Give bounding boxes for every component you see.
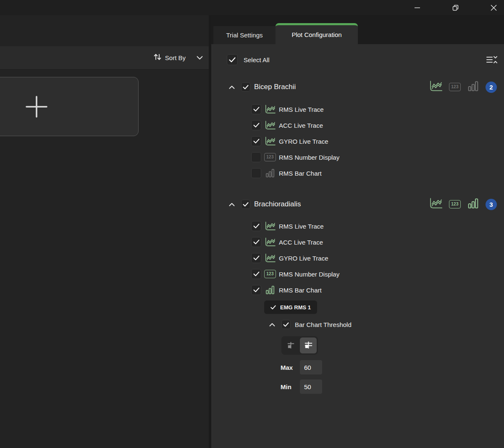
threshold-mode-segmented-control [281, 336, 318, 355]
item-label: ACC Live Trace [279, 239, 323, 246]
chevron-down-icon [197, 56, 203, 60]
threshold-checkbox[interactable] [281, 320, 291, 329]
emg-channel-label: EMG RMS 1 [280, 304, 311, 311]
item-label: RMS Bar Chart [279, 287, 322, 294]
add-plot-card[interactable] [0, 77, 139, 136]
line-trace-icon [264, 137, 276, 146]
group-plot-type-indicators: 123 3 [429, 197, 497, 211]
bar-chart-icon [264, 285, 276, 295]
item-checkbox[interactable] [251, 168, 261, 178]
titlebar [0, 0, 504, 15]
sort-by-control[interactable]: Sort By [153, 53, 203, 63]
restore-button[interactable] [448, 1, 462, 14]
item-checkbox[interactable] [251, 221, 261, 231]
item-checkbox[interactable] [251, 285, 261, 295]
plot-count-badge: 2 [486, 82, 497, 93]
tab-trial-settings[interactable]: Trial Settings [213, 26, 276, 44]
configuration-panel: Trial Settings Plot Configuration Select… [211, 15, 504, 448]
group-checkbox[interactable] [241, 200, 250, 209]
line-trace-icon [264, 121, 276, 130]
check-icon [253, 123, 260, 128]
max-input[interactable] [300, 360, 322, 374]
line-trace-icon [429, 81, 443, 94]
minimize-button[interactable] [410, 1, 424, 14]
collapse-chevron-icon[interactable] [269, 323, 275, 327]
plots-panel: Sort By [0, 15, 209, 448]
item-label: RMS Live Trace [279, 223, 324, 230]
check-icon [253, 271, 260, 277]
item-checkbox[interactable] [251, 120, 261, 130]
tab-trial-settings-label: Trial Settings [226, 32, 263, 39]
item-checkbox[interactable] [251, 104, 261, 114]
group-checkbox[interactable] [241, 82, 250, 92]
window-controls [410, 0, 501, 15]
item-label: GYRO Live Trace [279, 255, 328, 262]
line-trace-icon [264, 253, 276, 263]
single-threshold-icon [286, 340, 296, 351]
dual-threshold-button[interactable] [300, 337, 317, 353]
select-all-row: Select All [211, 54, 504, 66]
min-label: Min [281, 383, 300, 390]
restore-icon [452, 4, 459, 11]
item-label: ACC Live Trace [279, 122, 323, 129]
plot-item-row: RMS Bar Chart [211, 165, 504, 181]
max-threshold-row: Max [281, 360, 504, 374]
collapse-chevron-icon[interactable] [229, 85, 235, 89]
max-label: Max [281, 364, 300, 371]
check-icon [243, 202, 249, 207]
collapse-all-button[interactable] [486, 55, 497, 64]
close-button[interactable] [486, 1, 501, 14]
item-checkbox[interactable] [251, 152, 261, 162]
check-icon [253, 256, 260, 261]
check-icon [253, 107, 260, 112]
min-threshold-row: Min [281, 379, 504, 394]
minimize-icon [414, 5, 420, 11]
collapse-chevron-icon[interactable] [229, 203, 235, 206]
min-input[interactable] [300, 379, 322, 394]
line-trace-icon [264, 237, 276, 247]
group-row-bicep-brachii: Bicep Brachii 123 2 [211, 80, 504, 94]
threshold-label: Bar Chart Threshold [295, 321, 352, 328]
group-label: Brachioradialis [254, 200, 301, 208]
check-icon [243, 85, 249, 90]
group-row-brachioradialis: Brachioradialis 123 3 [211, 197, 504, 211]
item-label: RMS Number Display [279, 154, 339, 161]
sort-by-label: Sort By [165, 54, 186, 61]
item-checkbox[interactable] [251, 237, 261, 247]
threshold-row: Bar Chart Threshold [211, 318, 504, 331]
plot-item-row: ACC Live Trace [211, 234, 504, 250]
plot-count-badge: 3 [486, 199, 497, 210]
plot-item-row: 123 RMS Number Display [211, 266, 504, 282]
emg-channel-chip[interactable]: EMG RMS 1 [264, 300, 317, 314]
select-all-checkbox[interactable] [227, 54, 238, 65]
plot-item-row: 123 RMS Number Display [211, 149, 504, 165]
item-checkbox[interactable] [251, 253, 261, 263]
item-label: RMS Bar Chart [279, 170, 322, 177]
item-checkbox[interactable] [251, 136, 261, 146]
bar-chart-icon [467, 198, 479, 211]
number-display-icon: 123 [449, 200, 461, 208]
check-icon [229, 57, 236, 63]
sort-arrows-icon [153, 53, 162, 63]
item-checkbox[interactable] [251, 269, 261, 279]
check-icon [253, 139, 260, 144]
plot-item-row: RMS Live Trace [211, 101, 504, 117]
check-icon [253, 224, 260, 229]
collapse-all-icon [486, 55, 497, 64]
number-display-icon: 123 [264, 270, 276, 278]
check-icon [283, 322, 289, 327]
check-icon [270, 305, 276, 310]
plot-item-row: RMS Bar Chart [211, 282, 504, 298]
tab-plot-configuration[interactable]: Plot Configuration [276, 23, 358, 44]
plot-configuration-content: Select All Bicep Brachii [211, 44, 504, 448]
group-label: Bicep Brachii [254, 83, 296, 91]
select-all-label: Select All [244, 56, 270, 63]
plot-item-row: GYRO Live Trace [211, 250, 504, 266]
bar-chart-icon [467, 81, 479, 93]
bar-chart-icon [264, 169, 276, 178]
plot-item-row: RMS Live Trace [211, 218, 504, 234]
plots-toolbar: Sort By [0, 46, 209, 70]
line-trace-icon [264, 105, 276, 114]
plot-item-row: ACC Live Trace [211, 117, 504, 133]
single-threshold-button[interactable] [283, 338, 299, 353]
